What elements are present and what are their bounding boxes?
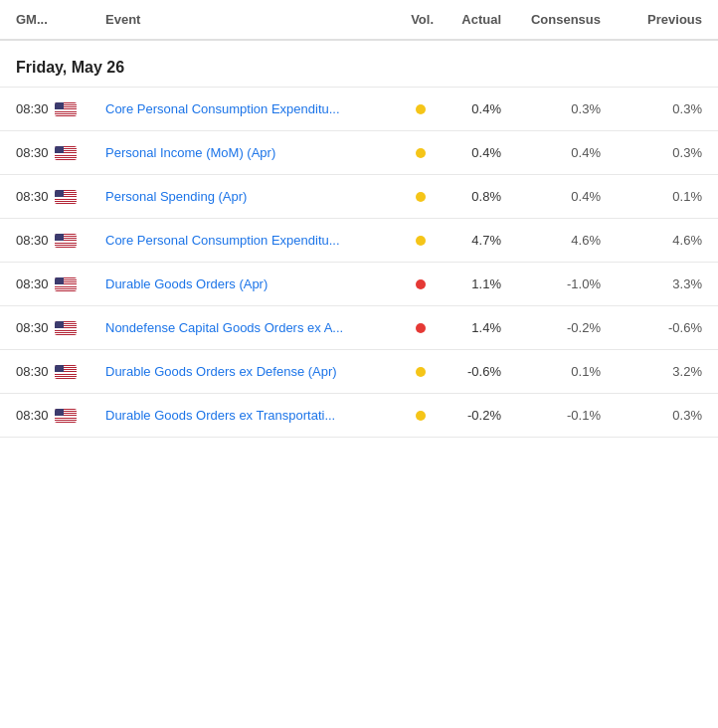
table-row: 08:30 Personal Spending (Apr) 0.8% 0.4% … xyxy=(0,175,718,219)
event-name: Durable Goods Orders ex Transportati... xyxy=(105,408,335,423)
country-flag-us xyxy=(55,321,77,335)
vol-cell xyxy=(374,104,434,114)
table-row: 08:30 Nondefense Capital Goods Orders ex… xyxy=(0,306,718,350)
time-cell: 08:30 xyxy=(16,145,105,160)
previous-cell: 0.3% xyxy=(613,408,702,423)
consensus-cell: 0.1% xyxy=(513,364,613,379)
table-row: 08:30 Durable Goods Orders ex Defense (A… xyxy=(0,350,718,394)
actual-cell: 0.8% xyxy=(434,189,513,204)
country-flag-us xyxy=(55,190,77,204)
rows-container: 08:30 Core Personal Consumption Expendit… xyxy=(0,88,718,438)
event-name: Personal Income (MoM) (Apr) xyxy=(105,145,275,160)
volatility-dot xyxy=(416,279,426,289)
event-name: Durable Goods Orders ex Defense (Apr) xyxy=(105,364,337,379)
volatility-dot xyxy=(416,411,426,421)
time-value: 08:30 xyxy=(16,145,49,160)
time-cell: 08:30 xyxy=(16,408,105,423)
table-row: 08:30 Core Personal Consumption Expendit… xyxy=(0,219,718,263)
header-event: Event xyxy=(105,12,374,27)
section-date-label: Friday, May 26 xyxy=(16,59,124,76)
event-name: Nondefense Capital Goods Orders ex A... xyxy=(105,320,343,335)
event-cell[interactable]: Core Personal Consumption Expenditu... xyxy=(105,101,374,116)
event-cell[interactable]: Nondefense Capital Goods Orders ex A... xyxy=(105,320,374,335)
country-flag-us xyxy=(55,277,77,291)
previous-cell: 0.3% xyxy=(613,101,702,116)
table-row: 08:30 Core Personal Consumption Expendit… xyxy=(0,88,718,131)
volatility-dot xyxy=(416,192,426,202)
table-row: 08:30 Durable Goods Orders ex Transporta… xyxy=(0,394,718,438)
vol-cell xyxy=(374,236,434,246)
vol-cell xyxy=(374,148,434,158)
time-value: 08:30 xyxy=(16,364,49,379)
header-actual: Actual xyxy=(434,12,513,27)
time-cell: 08:30 xyxy=(16,320,105,335)
event-name: Core Personal Consumption Expenditu... xyxy=(105,101,340,116)
event-cell[interactable]: Personal Spending (Apr) xyxy=(105,189,374,204)
time-value: 08:30 xyxy=(16,233,49,248)
vol-cell xyxy=(374,192,434,202)
previous-cell: 0.3% xyxy=(613,145,702,160)
consensus-cell: 0.4% xyxy=(513,145,613,160)
actual-cell: 0.4% xyxy=(434,101,513,116)
consensus-cell: 0.4% xyxy=(513,189,613,204)
event-cell[interactable]: Core Personal Consumption Expenditu... xyxy=(105,233,374,248)
actual-cell: -0.6% xyxy=(434,364,513,379)
header-vol: Vol. xyxy=(374,12,434,27)
previous-cell: -0.6% xyxy=(613,320,702,335)
event-cell[interactable]: Personal Income (MoM) (Apr) xyxy=(105,145,374,160)
volatility-dot xyxy=(416,367,426,377)
previous-cell: 0.1% xyxy=(613,189,702,204)
time-cell: 08:30 xyxy=(16,276,105,291)
vol-cell xyxy=(374,323,434,333)
actual-cell: 1.4% xyxy=(434,320,513,335)
country-flag-us xyxy=(55,409,77,423)
header-previous: Previous xyxy=(613,12,702,27)
table-row: 08:30 Personal Income (MoM) (Apr) 0.4% 0… xyxy=(0,131,718,175)
actual-cell: 1.1% xyxy=(434,276,513,291)
time-cell: 08:30 xyxy=(16,101,105,116)
consensus-cell: -1.0% xyxy=(513,276,613,291)
event-name: Durable Goods Orders (Apr) xyxy=(105,276,268,291)
time-value: 08:30 xyxy=(16,189,49,204)
event-cell[interactable]: Durable Goods Orders ex Transportati... xyxy=(105,408,374,423)
vol-cell xyxy=(374,411,434,421)
consensus-cell: -0.2% xyxy=(513,320,613,335)
section-date-header: Friday, May 26 xyxy=(0,41,718,88)
volatility-dot xyxy=(416,323,426,333)
event-name: Personal Spending (Apr) xyxy=(105,189,247,204)
header-gm: GM... xyxy=(16,12,105,27)
actual-cell: -0.2% xyxy=(434,408,513,423)
event-cell[interactable]: Durable Goods Orders (Apr) xyxy=(105,276,374,291)
previous-cell: 3.2% xyxy=(613,364,702,379)
economic-calendar-table: GM... Event Vol. Actual Consensus Previo… xyxy=(0,0,718,728)
actual-cell: 0.4% xyxy=(434,145,513,160)
time-cell: 08:30 xyxy=(16,233,105,248)
event-cell[interactable]: Durable Goods Orders ex Defense (Apr) xyxy=(105,364,374,379)
header-consensus: Consensus xyxy=(513,12,613,27)
country-flag-us xyxy=(55,365,77,379)
time-value: 08:30 xyxy=(16,408,49,423)
volatility-dot xyxy=(416,104,426,114)
consensus-cell: 0.3% xyxy=(513,101,613,116)
vol-cell xyxy=(374,367,434,377)
time-value: 08:30 xyxy=(16,101,49,116)
previous-cell: 3.3% xyxy=(613,276,702,291)
consensus-cell: 4.6% xyxy=(513,233,613,248)
consensus-cell: -0.1% xyxy=(513,408,613,423)
time-cell: 08:30 xyxy=(16,364,105,379)
previous-cell: 4.6% xyxy=(613,233,702,248)
volatility-dot xyxy=(416,148,426,158)
time-cell: 08:30 xyxy=(16,189,105,204)
country-flag-us xyxy=(55,146,77,160)
table-header: GM... Event Vol. Actual Consensus Previo… xyxy=(0,0,718,41)
time-value: 08:30 xyxy=(16,276,49,291)
actual-cell: 4.7% xyxy=(434,233,513,248)
table-row: 08:30 Durable Goods Orders (Apr) 1.1% -1… xyxy=(0,263,718,306)
time-value: 08:30 xyxy=(16,320,49,335)
volatility-dot xyxy=(416,236,426,246)
country-flag-us xyxy=(55,102,77,116)
vol-cell xyxy=(374,279,434,289)
event-name: Core Personal Consumption Expenditu... xyxy=(105,233,340,248)
country-flag-us xyxy=(55,234,77,248)
